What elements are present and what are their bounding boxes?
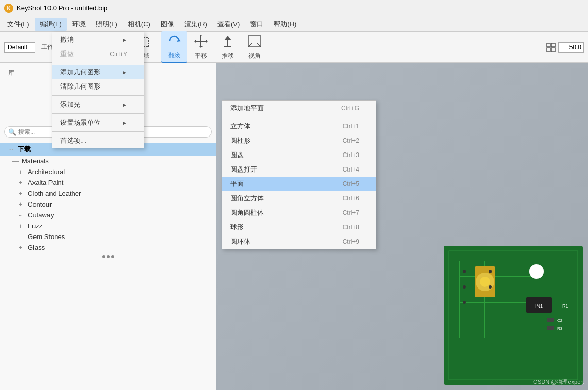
undo-arrow: ► bbox=[122, 37, 127, 43]
menu-render[interactable]: 渲染(R) bbox=[179, 18, 212, 31]
tree-item-label: Contour bbox=[28, 200, 52, 208]
svg-line-20 bbox=[257, 36, 261, 39]
tree-item-cutaway[interactable]: ··· Cutaway bbox=[0, 210, 216, 221]
add-geom-label: 添加几何图形 bbox=[60, 67, 100, 77]
scene-units-arrow: ► bbox=[122, 120, 127, 126]
menu-view[interactable]: 查看(V) bbox=[212, 18, 245, 31]
tree-item-architectural[interactable]: + Architectural bbox=[0, 166, 216, 177]
plane-shortcut: Ctrl+5 bbox=[343, 180, 359, 188]
menu-window[interactable]: 窗口 bbox=[245, 18, 268, 31]
undo-label: 撤消 bbox=[60, 35, 74, 44]
submenu-sphere[interactable]: 球形 Ctrl+8 bbox=[222, 220, 376, 234]
sphere-label: 球形 bbox=[230, 223, 244, 232]
svg-text:K: K bbox=[7, 6, 11, 11]
sep1 bbox=[52, 63, 144, 63]
svg-point-46 bbox=[529, 264, 544, 279]
svg-rect-26 bbox=[551, 48, 555, 52]
tree-item-contour[interactable]: + Contour bbox=[0, 199, 216, 210]
menu-image[interactable]: 图像 bbox=[156, 18, 179, 31]
torus-shortcut: Ctrl+9 bbox=[343, 238, 359, 245]
svg-marker-11 bbox=[194, 40, 196, 43]
cube-label: 立方体 bbox=[230, 122, 250, 131]
rounded-cyl-shortcut: Ctrl+7 bbox=[343, 209, 359, 216]
add-ground-shortcut: Ctrl+G bbox=[341, 105, 359, 112]
menu-add-light[interactable]: 添加光 ► bbox=[52, 97, 144, 112]
tumble-label: 翻滚 bbox=[168, 51, 180, 60]
app-logo: K bbox=[4, 4, 13, 13]
cube-shortcut: Ctrl+1 bbox=[343, 123, 359, 130]
submenu-rounded-box[interactable]: 圆角立方体 Ctrl+6 bbox=[222, 191, 376, 206]
tree-item-axalta-paint[interactable]: + Axalta Paint bbox=[0, 177, 216, 188]
tree-item-cloth-leather[interactable]: + Cloth and Leather bbox=[0, 188, 216, 199]
camera-toolbar: 翻滚 平移 bbox=[161, 32, 267, 62]
menu-prefs[interactable]: 首选项... bbox=[52, 133, 144, 148]
menu-undo[interactable]: 撤消 ► bbox=[52, 32, 144, 47]
tree-item-label: Cloth and Leather bbox=[28, 190, 81, 197]
rounded-box-label: 圆角立方体 bbox=[230, 194, 264, 203]
add-geom-submenu: 添加地平面 Ctrl+G 立方体 Ctrl+1 圆柱形 Ctrl+2 圆盘 Ct… bbox=[222, 100, 376, 249]
sep2 bbox=[52, 95, 144, 96]
pan-label: 平移 bbox=[195, 52, 207, 60]
submenu-add-ground[interactable]: 添加地平面 Ctrl+G bbox=[222, 101, 376, 115]
fov-input[interactable] bbox=[558, 42, 584, 53]
disk-label: 圆盘 bbox=[230, 150, 244, 160]
dot2 bbox=[107, 255, 110, 258]
svg-rect-24 bbox=[551, 43, 555, 47]
menu-redo[interactable]: 重做 Ctrl+Y bbox=[52, 47, 144, 61]
pan-button[interactable]: 平移 bbox=[188, 32, 214, 62]
tree-item-label: Cutaway bbox=[28, 211, 54, 219]
tree-item-gem-stones[interactable]: Gem Stones bbox=[0, 231, 216, 242]
pcb-image: IN1 R1 C2 R3 bbox=[433, 235, 588, 390]
tree-item-materials[interactable]: — Materials bbox=[0, 156, 216, 166]
prefs-label: 首选项... bbox=[60, 136, 86, 145]
svg-marker-15 bbox=[224, 36, 231, 40]
disk-shortcut: Ctrl+3 bbox=[343, 151, 359, 159]
dolly-button[interactable]: 推移 bbox=[215, 32, 241, 62]
svg-line-22 bbox=[257, 43, 261, 47]
menu-clear-geom[interactable]: 清除几何图形 bbox=[52, 79, 144, 94]
menu-file[interactable]: 文件(F) bbox=[2, 18, 35, 31]
svg-rect-25 bbox=[547, 48, 550, 52]
rounded-box-shortcut: Ctrl+6 bbox=[343, 195, 359, 202]
svg-rect-23 bbox=[547, 43, 550, 47]
svg-marker-8 bbox=[177, 39, 181, 42]
svg-marker-12 bbox=[206, 40, 208, 43]
fov-button[interactable]: 视角 bbox=[242, 32, 267, 62]
tree-pagination bbox=[0, 253, 216, 260]
svg-rect-42 bbox=[547, 318, 554, 322]
tree-item-label: Axalta Paint bbox=[28, 179, 63, 186]
tree-item-glass[interactable]: + Glass bbox=[0, 242, 216, 253]
tumble-button[interactable]: 翻滚 bbox=[161, 31, 187, 63]
sphere-shortcut: Ctrl+8 bbox=[343, 224, 359, 231]
toolbar-right bbox=[546, 42, 584, 53]
menu-help[interactable]: 帮助(H) bbox=[268, 18, 301, 31]
svg-point-38 bbox=[480, 277, 490, 287]
menu-edit[interactable]: 编辑(E) bbox=[35, 18, 67, 31]
submenu-torus[interactable]: 圆环体 Ctrl+9 bbox=[222, 234, 376, 249]
dolly-icon bbox=[220, 34, 236, 50]
tree-item-label: Materials bbox=[22, 157, 49, 165]
disk-open-label: 圆盘打开 bbox=[230, 165, 257, 174]
submenu-cube[interactable]: 立方体 Ctrl+1 bbox=[222, 119, 376, 133]
submenu-disk[interactable]: 圆盘 Ctrl+3 bbox=[222, 148, 376, 162]
sep0 bbox=[222, 117, 376, 117]
sep4 bbox=[52, 131, 144, 132]
fov-label: 视角 bbox=[248, 52, 261, 60]
menu-add-geom[interactable]: 添加几何图形 ► bbox=[52, 65, 144, 79]
submenu-cylinder[interactable]: 圆柱形 Ctrl+2 bbox=[222, 133, 376, 148]
preset-input[interactable] bbox=[4, 42, 35, 53]
submenu-plane[interactable]: 平面 Ctrl+5 bbox=[222, 177, 376, 191]
menu-env[interactable]: 环境 bbox=[67, 18, 91, 31]
submenu-disk-open[interactable]: 圆盘打开 Ctrl+4 bbox=[222, 162, 376, 177]
svg-point-51 bbox=[489, 285, 492, 289]
svg-text:C2: C2 bbox=[557, 318, 563, 323]
rounded-cyl-label: 圆角圆柱体 bbox=[230, 208, 264, 217]
menu-scene-units[interactable]: 设置场景单位 ► bbox=[52, 115, 144, 130]
tab-library[interactable]: 库 bbox=[4, 66, 19, 79]
add-light-label: 添加光 bbox=[60, 100, 80, 109]
submenu-rounded-cyl[interactable]: 圆角圆柱体 Ctrl+7 bbox=[222, 206, 376, 220]
tree-item-fuzz[interactable]: + Fuzz bbox=[0, 221, 216, 231]
pan-icon bbox=[193, 34, 209, 50]
menubar: 文件(F) 编辑(E) 环境 照明(L) 相机(C) 图像 渲染(R) 查看(V… bbox=[0, 16, 588, 32]
redo-label: 重做 bbox=[60, 49, 74, 59]
